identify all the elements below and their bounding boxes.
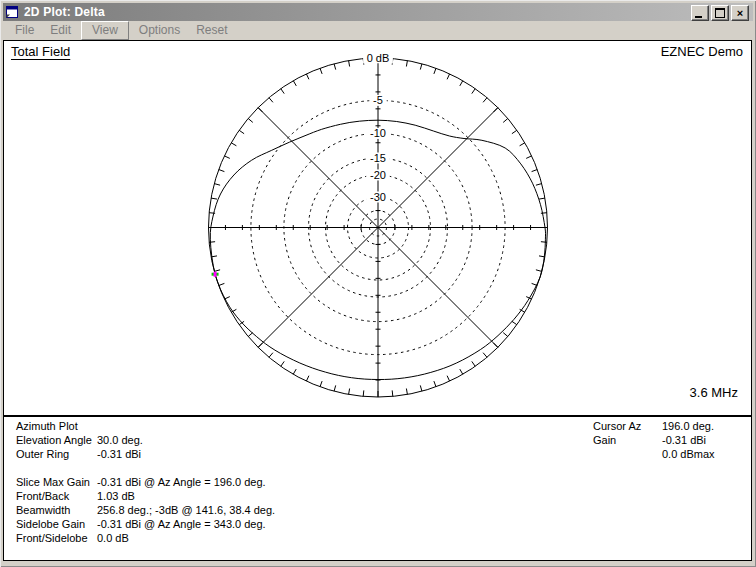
outer-ring-tick: [211, 198, 217, 199]
outer-ring-tick: [447, 74, 450, 79]
outer-ring-tick: [483, 98, 487, 103]
info-row: Sidelobe Gain-0.31 dBi @ Az Angle = 343.…: [12, 517, 275, 531]
outer-ring-tick: [541, 213, 547, 214]
ring-label: -20: [370, 169, 386, 181]
info-row-label: Gain: [589, 433, 662, 447]
minimize-icon: [695, 16, 702, 18]
info-row-label: Sidelobe Gain: [12, 517, 97, 531]
outer-ring-tick: [406, 389, 407, 395]
outer-ring-tick: [224, 156, 229, 159]
field-type-label: Total Field: [11, 44, 70, 59]
menu-item-view[interactable]: View: [81, 21, 129, 40]
info-row-value: 30.0 deg.: [97, 433, 143, 447]
info-row: Azimuth Plot: [12, 419, 275, 433]
title-bar[interactable]: 2D Plot: Delta ×: [3, 3, 753, 21]
outer-ring-tick: [434, 68, 436, 74]
outer-ring-tick: [472, 361, 475, 366]
outer-ring-tick: [258, 343, 262, 347]
info-row: 0.0 dBmax: [589, 447, 715, 461]
maximize-button[interactable]: [711, 5, 729, 21]
info-row-label: Azimuth Plot: [12, 419, 97, 433]
outer-ring-tick: [434, 381, 436, 387]
outer-ring-tick: [460, 369, 463, 374]
info-row: Front/Back1.03 dB: [12, 489, 275, 503]
info-row: Cursor Az196.0 deg.: [589, 419, 715, 433]
info-panel: Azimuth PlotElevation Angle30.0 deg.Oute…: [4, 417, 751, 560]
info-row-value: 256.8 deg.; -3dB @ 141.6, 38.4 deg.: [97, 503, 275, 517]
application-window: 2D Plot: Delta × FileEditViewOptionsRese…: [0, 0, 756, 567]
outer-ring-tick: [503, 119, 508, 123]
minimize-button[interactable]: [691, 5, 709, 21]
outer-ring-tick: [258, 108, 262, 112]
outer-ring-tick: [512, 321, 517, 324]
outer-ring-tick: [392, 390, 393, 396]
outer-ring-tick: [494, 343, 498, 347]
outer-ring-tick: [334, 64, 336, 70]
polar-plot-area[interactable]: 0 dB-5-10-15-20-30 Total Field EZNEC Dem…: [4, 41, 751, 415]
outer-ring-tick: [214, 270, 220, 272]
outer-ring-tick: [269, 98, 273, 103]
info-right-column: Cursor Az196.0 deg.Gain-0.31 dBi 0.0 dBm…: [589, 419, 715, 461]
outer-ring-tick: [349, 61, 350, 67]
outer-ring-tick: [219, 170, 225, 172]
info-row-value: -0.31 dBi: [662, 433, 706, 447]
outer-ring-tick: [306, 74, 309, 79]
outer-ring-tick: [320, 68, 322, 74]
info-row-label: Front/Back: [12, 489, 97, 503]
ring-label: -15: [370, 152, 386, 164]
outer-ring-tick: [472, 89, 475, 94]
info-row-label: Front/Sidelobe: [12, 531, 97, 545]
outer-ring-tick: [320, 381, 322, 387]
info-row: Outer Ring-0.31 dBi: [12, 447, 275, 461]
ring-label: 0 dB: [367, 52, 390, 64]
outer-ring-tick: [214, 184, 220, 186]
outer-ring-tick: [281, 361, 284, 366]
outer-ring-tick: [503, 333, 508, 337]
info-row-value: -0.31 dBi: [97, 447, 141, 461]
info-row-label: Beamwidth: [12, 503, 97, 517]
info-row-value: 0.0 dBmax: [662, 447, 715, 461]
outer-ring-tick: [306, 376, 309, 381]
client-area: 0 dB-5-10-15-20-30 Total Field EZNEC Dem…: [3, 40, 752, 561]
outer-ring-tick: [334, 385, 336, 391]
window-title: 2D Plot: Delta: [24, 5, 105, 19]
info-row-label: [589, 447, 662, 461]
outer-ring-tick: [420, 64, 422, 70]
info-row: [12, 461, 275, 475]
outer-ring-tick: [536, 270, 542, 272]
outer-ring-tick: [349, 389, 350, 395]
close-icon: ×: [737, 8, 743, 18]
polar-plot[interactable]: 0 dB-5-10-15-20-30: [4, 41, 751, 415]
outer-ring-tick: [219, 283, 225, 285]
info-row-label: Elevation Angle: [12, 433, 97, 447]
outer-ring-tick: [539, 198, 545, 199]
outer-ring-tick: [281, 89, 284, 94]
outer-ring-tick: [420, 385, 422, 391]
cursor-marker: [214, 272, 217, 277]
menu-item-edit[interactable]: Edit: [42, 21, 79, 40]
menu-item-reset[interactable]: Reset: [188, 21, 235, 40]
ring-label: -5: [373, 94, 383, 106]
close-button[interactable]: ×: [731, 5, 749, 21]
outer-ring-tick: [483, 353, 487, 358]
info-row-label: Outer Ring: [12, 447, 97, 461]
outer-ring-tick: [248, 119, 253, 123]
info-row: Gain-0.31 dBi: [589, 433, 715, 447]
menu-item-options[interactable]: Options: [131, 21, 188, 40]
info-left-column: Azimuth PlotElevation Angle30.0 deg.Oute…: [12, 419, 275, 545]
maximize-icon: [715, 8, 725, 18]
outer-ring-tick: [541, 242, 547, 243]
ring-label: -10: [370, 127, 386, 139]
menu-item-file[interactable]: File: [7, 21, 42, 40]
menu-bar: FileEditViewOptionsReset: [3, 21, 753, 40]
outer-ring-tick: [532, 170, 538, 172]
outer-ring-tick: [536, 184, 542, 186]
window-controls: ×: [691, 5, 749, 21]
info-row: Slice Max Gain-0.31 dBi @ Az Angle = 196…: [12, 475, 275, 489]
outer-ring-tick: [447, 376, 450, 381]
outer-ring-tick: [269, 353, 273, 358]
info-row-label: Slice Max Gain: [12, 475, 97, 489]
ring-label: -30: [370, 191, 386, 203]
outer-ring-tick: [494, 108, 498, 112]
outer-ring-tick: [239, 130, 244, 133]
